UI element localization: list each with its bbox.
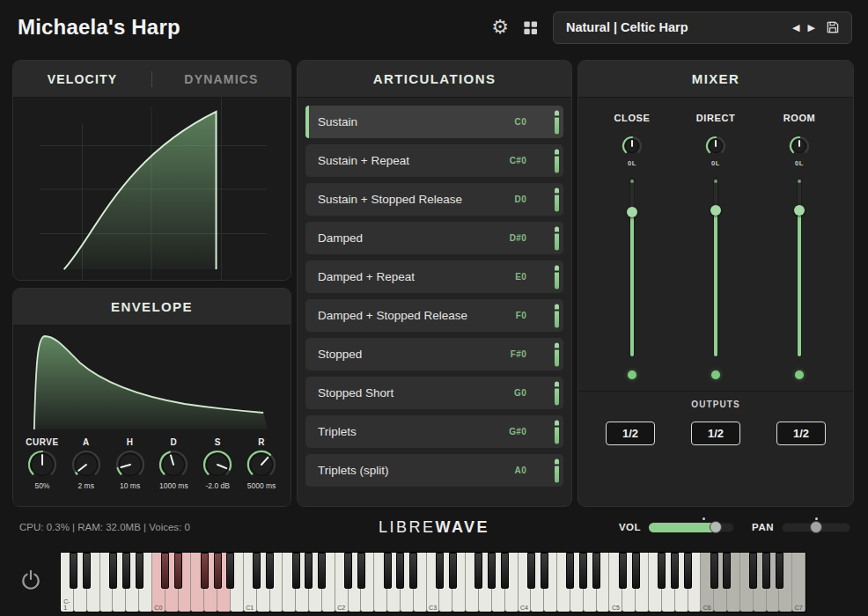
articulation-row-Ds0[interactable]: DampedD#0 [305,222,563,254]
piano-key-C#0[interactable] [161,553,169,589]
piano-key-D#5[interactable] [632,553,640,589]
articulation-row-G0[interactable]: Stopped ShortG0 [305,377,563,409]
vol-slider-thumb[interactable] [710,521,722,533]
articulation-level-fader[interactable] [555,304,559,327]
knob-dial[interactable] [26,449,58,480]
piano-key-A#-1[interactable] [136,553,143,589]
knob-dial[interactable] [202,449,233,480]
piano-key-A#5[interactable] [684,553,692,589]
tab-velocity[interactable]: VELOCITY [13,72,151,86]
volume-fader[interactable] [710,179,722,356]
piano-key-C#3[interactable] [436,553,444,589]
piano-key-G#2[interactable] [396,553,404,589]
piano-key-C#-1[interactable] [70,553,77,589]
articulation-level-fader[interactable] [555,265,559,289]
piano-key-C#6[interactable] [710,553,718,589]
piano-key-G#1[interactable] [305,553,313,589]
piano-key-F#1[interactable] [292,553,300,589]
piano-key-D#-1[interactable] [83,553,91,589]
knob-dial[interactable] [114,449,146,480]
output-button-2[interactable]: 1/2 [691,422,740,445]
settings-gear-icon[interactable]: ⚙ [491,18,509,37]
articulation-level-fader[interactable] [555,420,559,444]
knob-dial[interactable] [246,449,277,480]
pan-knob[interactable] [704,135,727,158]
knob-dial[interactable] [70,449,102,480]
piano-key-D#1[interactable] [266,553,274,589]
piano-key-F#6[interactable] [749,553,757,589]
piano-key-D#0[interactable] [174,553,182,589]
piano-key-G#3[interactable] [488,553,496,589]
pan-slider[interactable] [782,523,850,532]
articulation-row-D0[interactable]: Sustain + Stopped ReleaseD0 [305,183,563,216]
piano-key-C#2[interactable] [344,553,352,589]
piano-key-D#2[interactable] [357,553,365,589]
articulation-row-F0[interactable]: Damped + Stopped ReleaseF0 [305,299,563,332]
pan-knob[interactable] [788,135,811,158]
articulation-row-Fs0[interactable]: StoppedF#0 [305,338,563,370]
articulation-level-fader[interactable] [555,342,559,366]
piano-key-G#6[interactable] [762,553,770,589]
library-grid-icon[interactable] [522,19,539,36]
piano-key-F#0[interactable] [201,553,209,589]
piano-key-D#4[interactable] [541,553,548,589]
fader-thumb[interactable] [627,207,637,217]
piano-key-A#3[interactable] [501,553,509,589]
knob-dial[interactable] [158,449,189,480]
articulation-row-Cs0[interactable]: Sustain + RepeatC#0 [305,144,563,177]
fader-thumb[interactable] [794,205,805,216]
articulation-row-Gs0[interactable]: TripletsG#0 [305,415,563,448]
piano-key-G#5[interactable] [671,553,679,589]
channel-led[interactable] [711,370,720,379]
piano-key-G#-1[interactable] [122,553,130,589]
articulation-level-fader[interactable] [555,110,559,134]
fader-thumb[interactable] [710,205,721,216]
tab-dynamics[interactable]: DYNAMICS [152,72,291,86]
piano-key-F#2[interactable] [384,553,392,589]
preset-next-button[interactable]: ▶ [808,23,815,33]
preset-prev-button[interactable]: ◀ [792,23,799,33]
piano-key-F#5[interactable] [658,553,666,589]
piano-key-A#0[interactable] [226,553,234,589]
volume-slider[interactable] [649,523,734,532]
env-knob-r[interactable]: R5000 ms [239,437,283,490]
piano-key-A#1[interactable] [318,553,326,589]
power-button[interactable] [19,568,42,591]
piano-key-C#5[interactable] [619,553,627,589]
velocity-curve-graph[interactable] [13,98,291,280]
articulation-row-C0[interactable]: SustainC0 [305,106,563,138]
channel-led[interactable] [795,370,804,379]
preset-selector[interactable]: Natural | Celtic Harp ◀ ▶ [553,11,852,44]
output-button-1[interactable]: 1/2 [606,422,655,445]
output-button-3[interactable]: 1/2 [776,422,826,445]
env-knob-s[interactable]: S-2.0 dB [195,437,239,490]
piano-key-A#4[interactable] [592,553,600,589]
piano-key-A#6[interactable] [776,553,783,589]
volume-fader[interactable] [793,179,805,356]
save-preset-button[interactable] [825,19,841,35]
piano-key-D#6[interactable] [723,553,731,589]
piano-key-C#4[interactable] [527,553,535,589]
articulation-level-fader[interactable] [555,226,559,250]
piano-key-F#3[interactable] [474,553,482,589]
piano-key-D#3[interactable] [449,553,457,589]
env-knob-d[interactable]: D1000 ms [151,437,195,490]
env-knob-a[interactable]: A2 ms [64,437,108,490]
piano-key-F#4[interactable] [566,553,574,589]
articulation-level-fader[interactable] [555,187,559,211]
articulation-row-E0[interactable]: Damped + RepeatE0 [305,260,563,293]
piano-key-A#2[interactable] [409,553,417,589]
piano-key-C#1[interactable] [253,553,261,589]
envelope-shape-graph[interactable] [13,326,291,436]
articulation-level-fader[interactable] [555,149,559,172]
pan-knob[interactable] [621,135,644,158]
pan-slider-thumb[interactable] [810,521,822,533]
channel-led[interactable] [628,370,636,379]
articulation-level-fader[interactable] [555,458,559,482]
env-knob-h[interactable]: H10 ms [108,437,152,490]
piano-key-G#4[interactable] [579,553,587,589]
articulation-level-fader[interactable] [555,381,559,405]
articulation-row-A0[interactable]: Triplets (split)A0 [305,454,563,487]
piano-key-F#-1[interactable] [109,553,117,589]
piano-keyboard[interactable]: C-1C0C1C2C3C4C5C6C7 [60,552,806,612]
